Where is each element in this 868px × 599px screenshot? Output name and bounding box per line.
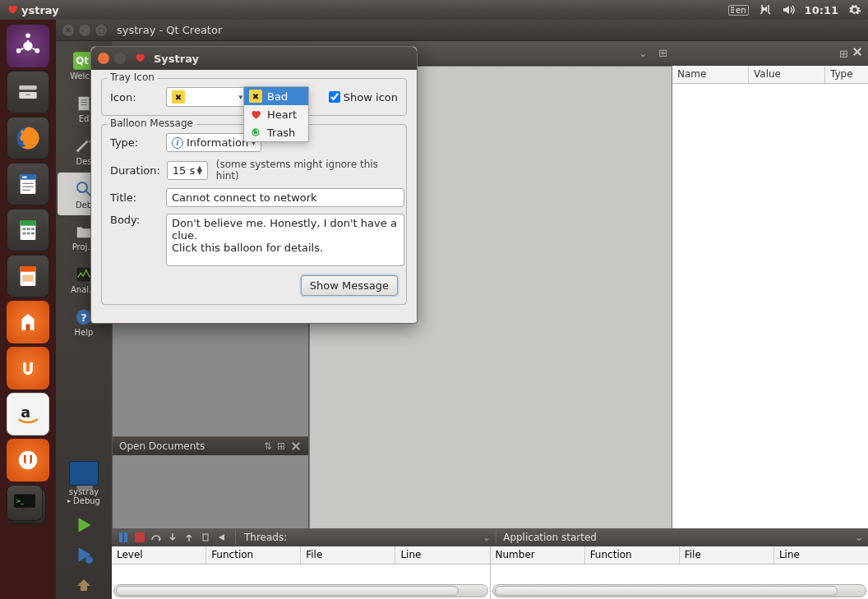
svg-rect-33	[79, 96, 90, 110]
window-maximize-icon[interactable]: ▢	[95, 25, 107, 36]
svg-rect-13	[22, 190, 30, 191]
icon-select[interactable]: ▾	[166, 87, 248, 107]
svg-rect-4	[19, 85, 36, 90]
stop-icon[interactable]	[133, 531, 146, 544]
debug-toolbar: Threads: ⌄ Application started ⌄	[112, 528, 868, 546]
dropdown-option-trash[interactable]: Trash	[244, 123, 308, 141]
run-config-selector[interactable]: systray ▸Debug	[67, 461, 100, 505]
launcher-impress[interactable]	[7, 255, 49, 297]
launcher-ubuntu-one[interactable]	[7, 347, 49, 389]
duration-spinbox[interactable]: 15 s ▲▼	[167, 161, 208, 180]
launcher-amazon[interactable]: a	[7, 393, 49, 435]
icon-label: Icon:	[110, 91, 158, 104]
trash-icon	[249, 126, 262, 139]
run-button[interactable]	[58, 510, 110, 540]
svg-rect-21	[31, 233, 35, 235]
debug-tables: Level Function File Line Number Function…	[112, 546, 868, 599]
sort-icon[interactable]: ⇅	[264, 440, 272, 452]
svg-point-1	[25, 33, 30, 38]
show-message-button[interactable]: Show Message	[301, 275, 398, 296]
horizontal-scrollbar[interactable]	[492, 584, 867, 597]
launcher-firefox[interactable]	[7, 117, 49, 159]
clock[interactable]: 10:11	[805, 4, 838, 16]
network-icon[interactable]	[759, 4, 772, 16]
launcher-files[interactable]	[7, 71, 49, 113]
window-minimize-icon[interactable]: –	[79, 25, 90, 36]
svg-rect-12	[22, 187, 33, 187]
dialog-close-icon[interactable]	[98, 53, 109, 64]
back-icon[interactable]	[215, 531, 229, 544]
title-label: Title:	[110, 191, 158, 204]
close-icon[interactable]	[290, 440, 302, 452]
dialog-titlebar: Systray	[91, 47, 417, 70]
restart-icon[interactable]	[199, 531, 212, 544]
launcher-calc[interactable]	[7, 209, 49, 251]
svg-rect-42	[119, 532, 122, 542]
volume-icon[interactable]	[782, 4, 795, 16]
split-icon[interactable]: ⊞	[839, 48, 848, 60]
svg-rect-6	[25, 94, 30, 95]
launcher-overflow[interactable]: >_	[7, 485, 49, 528]
type-label: Type:	[110, 136, 158, 149]
body-textarea[interactable]	[166, 214, 404, 266]
svg-rect-19	[22, 233, 25, 235]
svg-text:Qt: Qt	[76, 55, 89, 67]
svg-point-27	[19, 451, 38, 470]
svg-rect-20	[27, 233, 30, 235]
icon-dropdown-list: Bad Heart Trash	[243, 86, 309, 142]
svg-rect-16	[22, 228, 25, 230]
step-over-icon[interactable]	[150, 531, 163, 544]
status-dropdown-icon[interactable]: ⌄	[855, 532, 863, 543]
step-out-icon[interactable]	[182, 531, 196, 544]
qtc-titlebar: ✕ – ▢ systray - Qt Creator	[56, 20, 868, 41]
step-into-icon[interactable]	[166, 531, 179, 544]
dropdown-option-heart[interactable]: Heart	[244, 105, 308, 123]
info-icon: i	[172, 137, 183, 149]
svg-rect-11	[22, 183, 33, 184]
build-button[interactable]	[58, 569, 110, 599]
body-label: Body:	[110, 214, 158, 226]
heart-icon	[249, 108, 262, 121]
svg-rect-36	[81, 104, 86, 104]
pause-icon[interactable]	[117, 531, 130, 544]
svg-rect-44	[135, 532, 145, 542]
svg-point-41	[85, 556, 93, 564]
systray-dialog: Systray Tray Icon Icon: ▾ Show icon	[90, 46, 418, 324]
svg-rect-34	[81, 99, 86, 100]
threads-dropdown-icon[interactable]: ⌄	[482, 532, 491, 543]
svg-rect-30	[21, 509, 28, 512]
heart-icon	[134, 52, 145, 66]
svg-rect-25	[26, 325, 30, 331]
dropdown-option-bad[interactable]: Bad	[244, 87, 308, 105]
svg-rect-10	[22, 177, 26, 178]
svg-point-3	[16, 48, 21, 53]
svg-rect-45	[203, 534, 208, 541]
dropdown-icon[interactable]: ⌄	[639, 47, 648, 59]
session-gear-icon[interactable]	[848, 3, 861, 16]
launcher-software-center[interactable]	[7, 301, 49, 343]
split-icon[interactable]: ⊞	[658, 47, 667, 59]
svg-rect-15	[21, 220, 36, 226]
horizontal-scrollbar[interactable]	[113, 584, 488, 597]
dialog-minimize-icon[interactable]	[114, 53, 126, 64]
svg-text:?: ?	[81, 311, 86, 323]
dialog-title: Systray	[154, 53, 199, 65]
show-icon-input[interactable]	[329, 91, 340, 103]
keyboard-indicator[interactable]: en	[728, 5, 749, 16]
launcher-writer[interactable]	[7, 163, 49, 205]
close-icon[interactable]	[852, 46, 863, 58]
svg-text:a: a	[21, 404, 30, 421]
split-icon[interactable]: ⊞	[277, 440, 285, 452]
launcher-ubuntu-one-music[interactable]	[7, 439, 49, 482]
panel-app-title: ystray	[21, 4, 59, 16]
duration-hint: (some systems might ignore this hint)	[216, 159, 398, 182]
qtc-right-column: ⊞ Name Value Type	[672, 41, 868, 599]
launcher-dash[interactable]	[7, 25, 49, 67]
debug-run-button[interactable]	[58, 540, 110, 569]
svg-rect-43	[124, 532, 127, 542]
chevron-down-icon: ▾	[238, 93, 242, 101]
window-close-icon[interactable]: ✕	[62, 25, 74, 36]
show-icon-checkbox[interactable]: Show icon	[329, 91, 398, 104]
svg-point-2	[35, 48, 40, 53]
title-input[interactable]	[166, 188, 404, 207]
